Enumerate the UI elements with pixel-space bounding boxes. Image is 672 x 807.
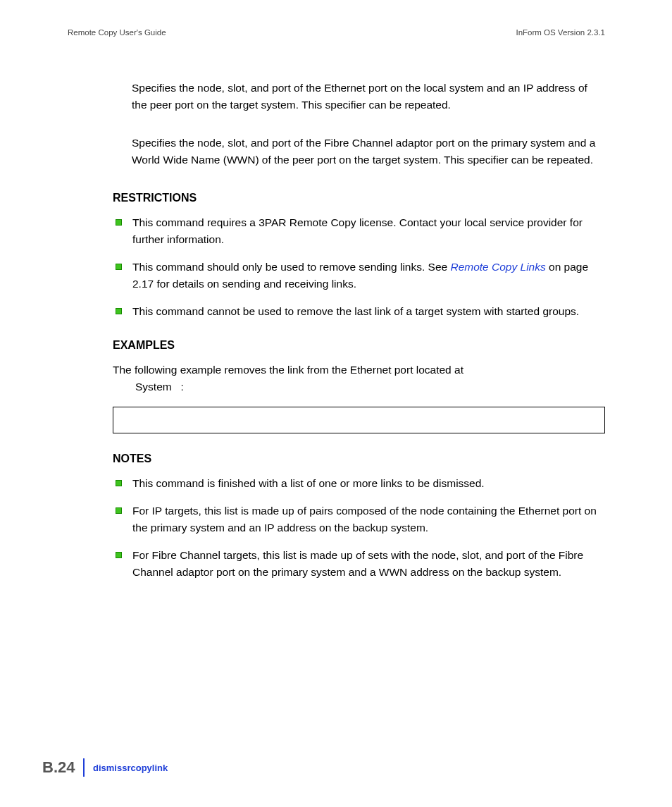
note-text: For IP targets, this list is made up of … bbox=[132, 505, 597, 534]
list-item: This command cannot be used to remove th… bbox=[113, 303, 605, 320]
restriction-text: This command requires a 3PAR Remote Copy… bbox=[132, 216, 583, 245]
header-right: InForm OS Version 2.3.1 bbox=[516, 28, 605, 37]
footer-topic-link[interactable]: dismissrcopylink bbox=[93, 763, 168, 773]
page-header: Remote Copy User's Guide InForm OS Versi… bbox=[68, 28, 605, 37]
examples-paragraph: The following example removes the link f… bbox=[113, 362, 605, 395]
list-item: This command is finished with a list of … bbox=[113, 475, 605, 492]
paragraph-spec-2: Specifies the node, slot, and port of th… bbox=[132, 135, 605, 168]
list-item: For Fibre Channel targets, this list is … bbox=[113, 547, 605, 581]
restriction-text-before: This command should only be used to remo… bbox=[132, 261, 450, 273]
page-number: B.24 bbox=[42, 758, 83, 777]
example-system-label: System bbox=[135, 381, 172, 393]
page-content: Specifies the node, slot, and port of th… bbox=[113, 80, 605, 593]
note-text: For Fibre Channel targets, this list is … bbox=[132, 549, 583, 578]
restrictions-list: This command requires a 3PAR Remote Copy… bbox=[113, 214, 605, 320]
example-line1: The following example removes the link f… bbox=[113, 364, 463, 376]
footer-divider bbox=[83, 758, 85, 777]
code-example-box bbox=[113, 407, 605, 433]
paragraph-spec-1: Specifies the node, slot, and port of th… bbox=[132, 80, 605, 113]
list-item: This command requires a 3PAR Remote Copy… bbox=[113, 214, 605, 248]
notes-list: This command is finished with a list of … bbox=[113, 475, 605, 581]
remote-copy-links-link[interactable]: Remote Copy Links bbox=[450, 261, 545, 273]
heading-examples: EXAMPLES bbox=[113, 337, 605, 355]
list-item: This command should only be used to remo… bbox=[113, 259, 605, 292]
note-text: This command is finished with a list of … bbox=[132, 477, 485, 489]
heading-notes: NOTES bbox=[113, 450, 605, 468]
heading-restrictions: RESTRICTIONS bbox=[113, 190, 605, 207]
restriction-text: This command cannot be used to remove th… bbox=[132, 305, 579, 317]
example-line2: System : bbox=[135, 381, 184, 393]
example-colon: : bbox=[181, 381, 184, 393]
list-item: For IP targets, this list is made up of … bbox=[113, 503, 605, 536]
header-left: Remote Copy User's Guide bbox=[68, 28, 166, 37]
page-footer: B.24 dismissrcopylink bbox=[42, 758, 168, 777]
